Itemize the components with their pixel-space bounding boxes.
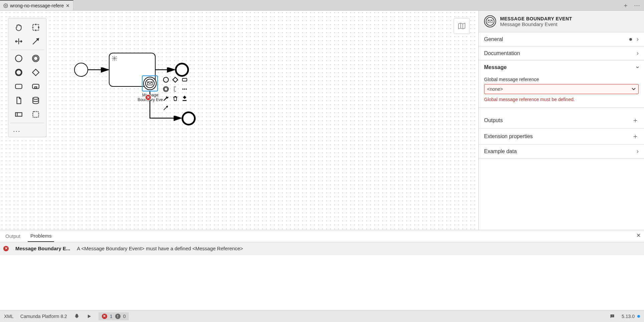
tab-output[interactable]: Output — [3, 231, 23, 242]
status-run-icon[interactable] — [86, 314, 92, 319]
section-extension-label: Extension properties — [484, 133, 533, 139]
boundary-event-selected[interactable] — [142, 75, 158, 91]
pad-trash-icon[interactable] — [172, 95, 179, 102]
end-event-shape-1[interactable] — [175, 63, 189, 77]
svg-point-15 — [114, 58, 116, 59]
new-tab-icon[interactable]: ＋ — [623, 1, 629, 9]
tab-bar: wrong-no-message-refere ✕ ＋ ⋯ — [0, 0, 644, 11]
gear-icon — [3, 3, 8, 8]
svg-rect-6 — [16, 84, 22, 89]
section-message-label: Message — [484, 64, 507, 70]
diagram-canvas[interactable]: ... — [0, 11, 478, 230]
chevron-right-icon: › — [637, 148, 639, 155]
svg-point-21 — [182, 88, 183, 89]
space-tool-icon[interactable] — [14, 36, 24, 46]
context-pad — [162, 76, 188, 111]
pad-append-intermediate-icon[interactable] — [162, 85, 170, 93]
file-tab[interactable]: wrong-no-message-refere ✕ — [0, 0, 73, 10]
map-icon — [457, 22, 466, 30]
tab-close-icon[interactable]: ✕ — [66, 3, 70, 8]
error-badge-icon[interactable]: ✕ — [145, 94, 152, 101]
section-general[interactable]: General › — [479, 32, 644, 46]
svg-rect-12 — [33, 111, 38, 117]
problem-message: A <Message Boundary Event> must have a d… — [77, 246, 243, 251]
message-event-type-icon — [484, 15, 496, 27]
svg-rect-1 — [33, 24, 38, 30]
data-object-icon[interactable] — [14, 95, 24, 105]
gear-icon — [112, 55, 118, 61]
tab-menu-icon[interactable]: ⋯ — [634, 2, 640, 9]
section-example-label: Example data — [484, 148, 517, 154]
section-message-header[interactable]: Message › — [479, 60, 644, 74]
status-version[interactable]: 5.13.0 — [622, 314, 640, 319]
pool-icon[interactable] — [14, 109, 24, 119]
problem-row[interactable]: ✕ Message Boundary E... A <Message Bound… — [0, 242, 644, 255]
status-error-count: 1 — [110, 314, 113, 319]
lasso-tool-icon[interactable] — [31, 22, 41, 32]
section-documentation[interactable]: Documentation › — [479, 46, 644, 60]
svg-rect-18 — [182, 78, 187, 81]
section-outputs[interactable]: Outputs ＋ — [479, 112, 644, 128]
pad-more-icon[interactable] — [181, 85, 188, 93]
pad-annotation-icon[interactable] — [172, 85, 179, 93]
group-icon[interactable] — [31, 109, 41, 119]
status-bar: XML Camunda Platform 8.2 ✕ 1 ! 0 5.13.0 — [0, 310, 644, 322]
element-name-label: Message Boundary Event — [500, 21, 572, 27]
chevron-down-icon: › — [634, 66, 641, 68]
main-area: ... — [0, 11, 644, 230]
dirty-dot-icon — [629, 38, 632, 41]
intermediate-event-icon[interactable] — [31, 53, 41, 63]
properties-panel: MESSAGE BOUNDARY EVENT Message Boundary … — [478, 11, 644, 230]
status-feedback-icon[interactable] — [610, 314, 615, 319]
chevron-right-icon: › — [637, 36, 639, 43]
start-event-shape[interactable] — [74, 63, 88, 77]
global-message-ref-select[interactable]: <none> — [484, 84, 639, 94]
props-header: MESSAGE BOUNDARY EVENT Message Boundary … — [479, 11, 644, 32]
section-outputs-label: Outputs — [484, 117, 503, 123]
pad-connect-icon[interactable] — [162, 104, 170, 111]
section-documentation-label: Documentation — [484, 50, 520, 56]
pad-wrench-icon[interactable] — [162, 95, 170, 102]
end-event-shape-2[interactable] — [182, 111, 196, 125]
section-extension[interactable]: Extension properties ＋ — [479, 128, 644, 144]
global-message-ref-label: Global message reference — [484, 77, 639, 82]
svg-point-9 — [33, 97, 38, 99]
envelope-icon — [147, 81, 153, 85]
tab-problems[interactable]: Problems — [28, 230, 54, 242]
svg-point-0 — [5, 5, 6, 6]
svg-point-17 — [164, 77, 169, 82]
chevron-right-icon: › — [637, 50, 639, 57]
pad-append-task-icon[interactable] — [181, 76, 188, 83]
update-dot-icon — [637, 315, 640, 318]
error-icon: ✕ — [102, 314, 107, 319]
status-platform-button[interactable]: Camunda Platform 8.2 — [20, 314, 67, 319]
bottom-panel: Output Problems ✕ ✕ Message Boundary E..… — [0, 230, 644, 310]
gateway-icon[interactable] — [31, 67, 41, 77]
data-store-icon[interactable] — [31, 95, 41, 105]
pad-append-event-icon[interactable] — [162, 76, 170, 83]
warning-icon: ! — [115, 314, 121, 319]
svg-point-2 — [16, 55, 22, 62]
task-icon[interactable] — [14, 81, 24, 91]
hand-tool-icon[interactable] — [14, 22, 24, 32]
element-type-label: MESSAGE BOUNDARY EVENT — [500, 16, 572, 21]
svg-rect-10 — [16, 113, 22, 116]
plus-icon[interactable]: ＋ — [632, 116, 639, 125]
file-tab-title: wrong-no-message-refere — [10, 3, 64, 8]
bottom-panel-close-icon[interactable]: ✕ — [636, 232, 641, 239]
status-deploy-icon[interactable] — [74, 313, 80, 319]
status-xml-button[interactable]: XML — [4, 314, 14, 319]
subprocess-icon[interactable] — [31, 81, 41, 91]
end-event-icon[interactable] — [14, 67, 24, 77]
start-event-icon[interactable] — [14, 53, 24, 63]
connect-tool-icon[interactable] — [31, 36, 41, 46]
palette-more-icon[interactable]: ... — [10, 124, 44, 135]
pad-color-icon[interactable] — [181, 95, 188, 102]
plus-icon[interactable]: ＋ — [632, 132, 639, 141]
pad-append-gateway-icon[interactable] — [172, 76, 179, 83]
tool-palette: ... — [8, 18, 46, 137]
minimap-toggle-button[interactable] — [454, 18, 470, 34]
section-message: Message › Global message reference <none… — [479, 60, 644, 108]
section-example[interactable]: Example data › — [479, 144, 644, 158]
status-problems-button[interactable]: ✕ 1 ! 0 — [98, 312, 129, 320]
